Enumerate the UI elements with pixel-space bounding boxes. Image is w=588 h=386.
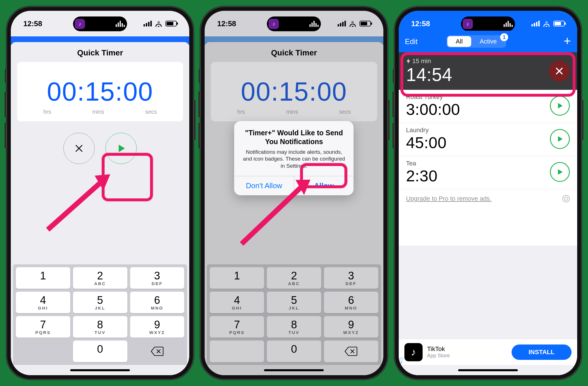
keypad-2[interactable]: 2ABC: [73, 267, 127, 289]
screen: 12:58 ♪ Quick Timer 00:15:00 hrs mins se…: [11, 11, 189, 375]
keypad-9[interactable]: 9WXYZ: [130, 316, 184, 338]
alert-body: Notifications may include alerts, sounds…: [241, 149, 347, 170]
notification-permission-alert: "Timer+" Would Like to Send You Notifica…: [234, 121, 354, 195]
battery-icon: [553, 21, 565, 26]
alert-deny-button[interactable]: Don't Allow: [234, 176, 294, 195]
timer-list: 15 min 14:54 Roast Turkey3:00:00Laundry4…: [399, 52, 577, 375]
ad-disclosure-icon[interactable]: ⓘ✕: [400, 357, 404, 364]
volume-up: [392, 92, 394, 117]
status-time: 12:58: [23, 19, 42, 28]
keypad-5[interactable]: 5JKL: [73, 292, 127, 313]
timer-display-card: 00:15:00 hrs mins secs: [17, 62, 183, 121]
wifi-icon: [155, 20, 163, 27]
active-count-badge: 1: [500, 33, 508, 41]
phone-1: 12:58 ♪ Quick Timer 00:15:00 hrs mins se…: [6, 6, 194, 380]
sheet-title: Quick Timer: [11, 42, 189, 62]
play-timer-button[interactable]: [550, 129, 570, 149]
timer-name: Tea: [406, 160, 550, 167]
dynamic-island[interactable]: ♪: [73, 16, 127, 31]
keypad-1[interactable]: 1: [16, 267, 70, 289]
navbar: Edit All Active 1 +: [399, 31, 577, 52]
volume-up: [198, 92, 200, 117]
play-icon: [556, 135, 564, 143]
keypad-4[interactable]: 4GHI: [16, 292, 70, 313]
timer-value: 45:00: [406, 134, 550, 152]
timer-row[interactable]: Roast Turkey3:00:00: [399, 90, 577, 123]
stop-timer-button[interactable]: [549, 61, 570, 82]
gear-icon[interactable]: [562, 195, 570, 202]
play-timer-button[interactable]: [550, 96, 570, 116]
volume-up: [5, 92, 6, 117]
delete-icon: [151, 346, 164, 356]
segment-all[interactable]: All: [447, 36, 471, 47]
play-icon: [556, 168, 564, 176]
timer-name: Roast Turkey: [406, 93, 550, 101]
label-mins: mins: [92, 109, 104, 115]
cellular-icon: [531, 21, 540, 26]
ad-install-button[interactable]: INSTALL: [512, 345, 572, 360]
wifi-icon: [543, 20, 550, 27]
segmented-control: All Active 1: [446, 35, 506, 48]
timer-row[interactable]: Tea2:30: [399, 156, 577, 190]
side-button: [388, 100, 390, 140]
timer-value: 00:15:00: [23, 78, 177, 105]
edit-button[interactable]: Edit: [405, 37, 418, 46]
phone-3: 12:58 ♪ Edit All Active 1 +: [394, 6, 582, 380]
battery-icon: [165, 21, 177, 26]
running-timer-value: 14:54: [406, 65, 549, 85]
x-icon: [74, 143, 84, 153]
side-button: [582, 100, 583, 140]
running-timer-label: 15 min: [406, 57, 549, 65]
timer-value: 2:30: [406, 167, 550, 185]
start-button[interactable]: [105, 133, 137, 164]
timer-value: 3:00:00: [406, 101, 550, 118]
home-indicator[interactable]: [70, 369, 130, 371]
keypad-3[interactable]: 3DEF: [130, 267, 184, 289]
label-secs: secs: [145, 109, 157, 115]
timer-name: Laundry: [406, 126, 550, 134]
keypad-delete[interactable]: [130, 341, 184, 362]
keypad-8[interactable]: 8TUV: [73, 316, 127, 338]
home-indicator[interactable]: [264, 369, 324, 371]
keypad-7[interactable]: 7PQRS: [16, 316, 70, 338]
audio-bars-icon: [504, 21, 513, 27]
ad-banner[interactable]: ⓘ✕ ♪ TikTok App Store INSTALL: [399, 339, 577, 365]
audio-bars-icon: [116, 21, 125, 27]
ringer-switch: [393, 69, 394, 83]
dynamic-island[interactable]: ♪: [461, 16, 515, 31]
upgrade-text: Upgrade to Pro to remove ads.: [406, 195, 492, 202]
keypad-0[interactable]: 0: [73, 341, 127, 362]
volume-down: [392, 123, 394, 148]
ringer-switch: [5, 69, 6, 83]
add-timer-button[interactable]: +: [564, 34, 571, 49]
x-icon: [554, 66, 564, 76]
timer-row[interactable]: Laundry45:00: [399, 123, 577, 156]
now-playing-icon: ♪: [463, 19, 473, 29]
screen: 12:58 ♪ Quick Timer 00:15:00 hrs mins se…: [205, 11, 383, 375]
alert-allow-button[interactable]: Allow: [294, 176, 354, 195]
running-timer-row[interactable]: 15 min 14:54: [399, 52, 577, 90]
alert-title: "Timer+" Would Like to Send You Notifica…: [241, 128, 347, 146]
play-icon: [556, 102, 564, 109]
segment-active[interactable]: Active 1: [471, 36, 505, 47]
screen: 12:58 ♪ Edit All Active 1 +: [399, 11, 577, 375]
upgrade-row[interactable]: Upgrade to Pro to remove ads.: [399, 189, 577, 208]
keypad-6[interactable]: 6MNO: [130, 292, 184, 313]
now-playing-icon: ♪: [75, 19, 85, 29]
keypad-blank: [16, 341, 70, 362]
quick-timer-sheet: Quick Timer 00:15:00 hrs mins secs 1 2AB…: [11, 42, 189, 375]
volume-down: [5, 123, 6, 148]
cancel-button[interactable]: [63, 133, 95, 164]
volume-down: [198, 123, 200, 148]
numeric-keypad: 1 2ABC3DEF4GHI5JKL6MNO7PQRS8TUV9WXYZ0: [13, 264, 187, 365]
play-icon: [115, 143, 127, 154]
segment-active-label: Active: [480, 38, 497, 45]
status-time: 12:58: [411, 19, 430, 28]
home-indicator[interactable]: [458, 369, 518, 371]
cellular-icon: [144, 21, 152, 26]
ad-title: TikTok: [427, 345, 450, 353]
play-timer-button[interactable]: [550, 162, 570, 182]
label-hrs: hrs: [43, 109, 51, 115]
side-button: [194, 100, 196, 140]
ad-subtitle: App Store: [427, 353, 450, 359]
